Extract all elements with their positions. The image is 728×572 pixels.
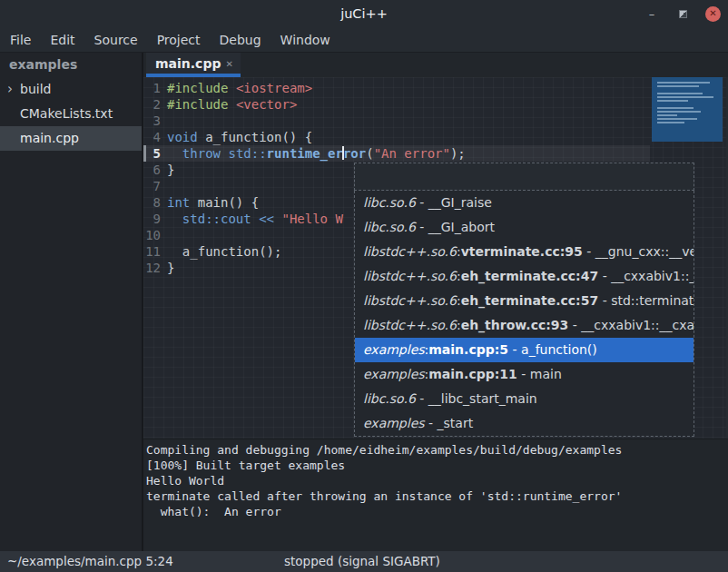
line-number: 12 — [143, 260, 167, 276]
tab-label: main.cpp — [155, 56, 226, 71]
line-number: 11 — [143, 243, 167, 260]
stack-frame-row[interactable]: libstdc++.so.6:eh_terminate.cc:57 - std:… — [355, 289, 694, 313]
sidebar-file-tree: examples ›buildCMakeLists.txtmain.cpp — [0, 53, 143, 551]
tree-item-label: CMakeLists.txt — [20, 106, 113, 121]
terminal-line: Compiling and debugging /home/eidheim/ex… — [146, 442, 728, 458]
close-button[interactable]: ✕ — [705, 6, 721, 22]
tab-main-cpp[interactable]: main.cpp ✕ — [146, 53, 241, 77]
restore-button[interactable] — [674, 5, 691, 22]
code-text: std::cout << "Hello W — [167, 211, 343, 227]
frame-function: - __cxxabiv1::__terminate(void (*)()) — [598, 269, 694, 283]
terminal-line: terminate called after throwing an insta… — [146, 488, 728, 504]
code-text: } — [167, 162, 174, 178]
titlebar[interactable]: juCi++ – ✕ — [0, 0, 728, 27]
tab-close-icon[interactable]: ✕ — [226, 59, 233, 69]
code-line: 3 — [143, 113, 726, 129]
code-text: } — [167, 260, 174, 276]
terminal-line: what(): An error — [146, 504, 728, 519]
minimap-line — [657, 96, 713, 98]
token-pre: #include — [167, 97, 228, 112]
token-pl: ( — [366, 146, 373, 161]
code-editor[interactable]: 1#include <iostream>2#include <vector>34… — [143, 77, 726, 439]
token-pl: } — [167, 261, 174, 275]
minimap-line — [657, 122, 684, 123]
tree-item-main-cpp[interactable]: main.cpp — [0, 126, 142, 151]
frame-location: vterminate.cc:95 — [461, 244, 583, 259]
stack-frame-row[interactable]: examples:main.cpp:5 - a_function() — [355, 338, 694, 362]
chevron-right-icon[interactable]: › — [7, 77, 13, 102]
frame-function: - _start — [425, 416, 474, 430]
terminal-output[interactable]: Compiling and debugging /home/eidheim/ex… — [143, 439, 728, 551]
popup-filter-input[interactable] — [354, 163, 694, 191]
token-st: "Hello W — [281, 212, 342, 226]
tree-item-label: build — [20, 82, 51, 96]
code-line: 5 throw std::runtime_error("An error"); — [143, 145, 726, 162]
frame-library: libc.so.6 — [363, 220, 416, 234]
project-root-label: examples — [0, 53, 142, 77]
main-area: main.cpp ✕ 1#include <iostream>2#include… — [143, 53, 728, 551]
code-text: #include <iostream> — [167, 80, 312, 96]
tree-item-label: main.cpp — [20, 131, 79, 145]
frame-location: eh_terminate.cc:47 — [461, 269, 599, 283]
stack-frame-row[interactable]: libc.so.6 - __GI_raise — [355, 191, 694, 215]
token-pl — [251, 212, 259, 226]
frame-library: examples — [363, 367, 425, 381]
menubar: FileEditSourceProjectDebugWindow — [0, 27, 728, 53]
stack-frame-row[interactable]: libc.so.6 - __libc_start_main — [355, 387, 694, 411]
frame-function: - __GI_abort — [416, 220, 495, 234]
menu-item-debug[interactable]: Debug — [220, 33, 261, 47]
close-icon: ✕ — [709, 9, 716, 18]
menu-item-project[interactable]: Project — [157, 33, 201, 47]
line-number: 2 — [143, 96, 167, 113]
minimap-line — [657, 100, 688, 102]
token-kb: runtime_er — [267, 146, 343, 161]
stack-frame-row[interactable]: libstdc++.so.6:eh_throw.cc:93 - __cxxabi… — [355, 313, 694, 338]
frame-function: - a_function() — [508, 342, 597, 357]
token-kw: void — [167, 130, 198, 144]
frame-library: libc.so.6 — [363, 195, 416, 210]
frame-library: libstdc++.so.6 — [363, 318, 457, 332]
token-pl: } — [167, 163, 174, 177]
code-line: 1#include <iostream> — [143, 80, 726, 96]
minimap-line — [657, 85, 699, 87]
stack-frame-row[interactable]: examples - _start — [355, 411, 694, 436]
line-number: 5 — [143, 145, 167, 162]
line-number: 10 — [143, 227, 167, 243]
menu-item-file[interactable]: File — [10, 33, 31, 47]
frame-library: libc.so.6 — [363, 391, 416, 406]
menu-item-edit[interactable]: Edit — [50, 33, 74, 47]
token-st: <iostream> — [236, 81, 312, 95]
line-number: 8 — [143, 194, 167, 211]
token-kw: throw — [182, 146, 221, 161]
frame-function: - __libc_start_main — [416, 391, 537, 406]
terminal-line: Hello World — [146, 473, 728, 488]
stack-frame-row[interactable]: libstdc++.so.6:vterminate.cc:95 - __gnu_… — [355, 240, 694, 264]
token-pl: ); — [450, 146, 466, 161]
tree-item-cmakelists-txt[interactable]: CMakeLists.txt — [0, 102, 142, 126]
token-kw: << — [259, 212, 274, 226]
line-number: 9 — [143, 211, 167, 227]
restore-icon — [679, 10, 687, 18]
token-pl: main() { — [190, 195, 259, 210]
minimize-button[interactable]: – — [644, 5, 660, 22]
token-kw: std::cout — [182, 212, 251, 226]
stack-frame-row[interactable]: libstdc++.so.6:eh_terminate.cc:47 - __cx… — [355, 264, 694, 289]
token-pl — [228, 97, 235, 112]
token-kb: ror — [343, 146, 366, 161]
stack-frame-row[interactable]: libc.so.6 - __GI_abort — [355, 215, 694, 240]
minimap[interactable] — [652, 77, 723, 142]
menu-item-source[interactable]: Source — [94, 33, 138, 47]
line-number: 6 — [143, 162, 167, 178]
code-text: int main() { — [167, 194, 259, 211]
frame-function: - __gnu_cxx::__verbose_terminate_handler… — [583, 244, 694, 259]
tree-item-build[interactable]: ›build — [0, 77, 142, 102]
menu-item-window[interactable]: Window — [280, 33, 330, 47]
app-window: juCi++ – ✕ FileEditSourceProjectDebugWin… — [0, 0, 728, 572]
token-pl: a_function(); — [167, 244, 281, 259]
line-number: 4 — [143, 129, 167, 145]
status-debug-state: stopped (signal SIGABRT) — [284, 551, 440, 572]
stack-frame-row[interactable]: examples:main.cpp:11 - main — [355, 362, 694, 387]
code-line: 2#include <vector> — [143, 96, 726, 113]
token-pl — [228, 81, 235, 95]
frame-location: eh_terminate.cc:57 — [461, 293, 599, 308]
